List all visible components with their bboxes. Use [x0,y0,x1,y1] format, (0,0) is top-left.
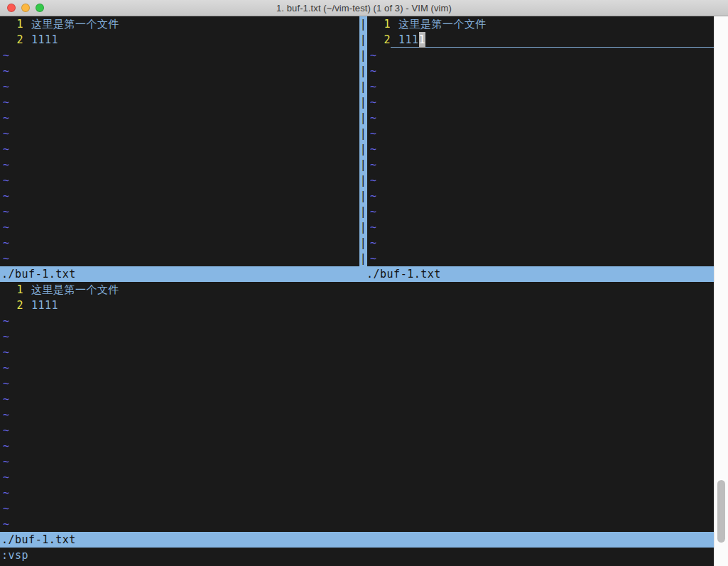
tilde-empty-line: ~ [0,79,359,94]
tilde-empty-line: ~ [367,235,714,251]
tilde-empty-line: ~ [0,126,359,141]
statusline-filename-left: ./buf-1.txt [1,266,76,282]
line-number: 2 [367,32,391,48]
separator-glyph: | [359,16,367,32]
window-title: 1. buf-1.txt (~/vim-test) (1 of 3) - VIM… [276,3,452,13]
minimize-button[interactable] [21,4,30,12]
vim-window-top-right[interactable]: 1这里是第一个文件21111~~~~~~~~~~~~~~ [367,16,714,266]
scrollbar-track[interactable] [714,16,728,566]
statusline-bottom[interactable]: ./buf-1.txt [0,532,714,548]
tilde-empty-line: ~ [0,391,714,407]
statusline-filename-right: ./buf-1.txt [366,266,441,282]
statusline-filename-bottom: ./buf-1.txt [1,532,76,548]
separator-glyph: | [359,126,367,141]
line-text: 1111 [23,298,714,313]
tilde-empty-line: ~ [0,235,359,251]
tilde-empty-line: ~ [0,173,359,188]
separator-glyph: | [359,110,367,126]
tilde-empty-line: ~ [367,204,714,219]
close-button[interactable] [7,4,16,12]
separator-glyph: | [359,94,367,110]
tilde-empty-line: ~ [0,469,714,485]
tilde-empty-line: ~ [0,454,714,469]
tilde-empty-line: ~ [0,516,714,532]
line-text: 1111 [23,32,359,48]
tilde-empty-line: ~ [0,501,714,516]
tilde-empty-line: ~ [367,79,714,94]
buffer-line: 21111 [0,298,714,313]
tilde-empty-line: ~ [0,251,359,266]
tilde-empty-line: ~ [0,219,359,235]
line-number: 1 [0,16,23,32]
line-text: 这里是第一个文件 [391,16,714,32]
tilde-empty-line: ~ [0,94,359,110]
tilde-empty-line: ~ [0,157,359,173]
tilde-empty-line: ~ [0,360,714,376]
vim-window-top-left[interactable]: 1这里是第一个文件21111~~~~~~~~~~~~~~ [0,16,359,266]
tilde-empty-line: ~ [0,48,359,63]
separator-glyph: | [359,173,367,188]
tilde-empty-line: ~ [0,63,359,79]
command-line[interactable]: :vsp [1,548,714,563]
tilde-empty-line: ~ [0,204,359,219]
zoom-button[interactable] [36,4,44,12]
separator-glyph: | [359,79,367,94]
line-number: 2 [0,32,23,48]
buffer-line: 1这里是第一个文件 [367,16,714,32]
tilde-empty-line: ~ [367,110,714,126]
separator-glyph: | [359,204,367,219]
tilde-empty-line: ~ [367,126,714,141]
tilde-empty-line: ~ [0,110,359,126]
tilde-empty-line: ~ [0,141,359,157]
tilde-empty-line: ~ [367,251,714,266]
block-cursor: 1 [419,32,426,48]
scrollbar-thumb[interactable] [717,480,725,543]
tilde-empty-line: ~ [0,344,714,360]
line-number: 2 [0,298,23,313]
titlebar: 1. buf-1.txt (~/vim-test) (1 of 3) - VIM… [0,0,728,16]
separator-glyph: | [359,219,367,235]
line-number: 1 [0,282,23,298]
vim-screen: 1这里是第一个文件21111~~~~~~~~~~~~~~ |||||||||||… [0,16,714,566]
tilde-empty-line: ~ [367,157,714,173]
separator-glyph: | [359,32,367,48]
tilde-empty-line: ~ [0,407,714,423]
line-text: 1111 [391,32,714,48]
tilde-empty-line: ~ [0,438,714,454]
tilde-empty-line: ~ [0,485,714,501]
tilde-empty-line: ~ [0,376,714,391]
tilde-empty-line: ~ [0,329,714,344]
vim-app-window: 1. buf-1.txt (~/vim-test) (1 of 3) - VIM… [0,0,728,566]
tilde-empty-line: ~ [0,423,714,438]
buffer-line: 1这里是第一个文件 [0,282,714,298]
separator-glyph: | [359,188,367,204]
tilde-empty-line: ~ [0,188,359,204]
separator-glyph: | [359,63,367,79]
buffer-line: 21111 [367,32,714,48]
line-number: 1 [367,16,391,32]
statusline-top[interactable]: ./buf-1.txt ./buf-1.txt [0,266,714,282]
separator-glyph: | [359,141,367,157]
tilde-empty-line: ~ [367,48,714,63]
traffic-lights [7,4,44,12]
buffer-line: 21111 [0,32,359,48]
buffer-line: 1这里是第一个文件 [0,16,359,32]
separator-glyph: | [359,157,367,173]
tilde-empty-line: ~ [367,94,714,110]
separator-glyph: | [359,251,367,266]
tilde-empty-line: ~ [367,63,714,79]
tilde-empty-line: ~ [367,173,714,188]
tilde-empty-line: ~ [367,219,714,235]
tilde-empty-line: ~ [367,141,714,157]
tilde-empty-line: ~ [367,188,714,204]
separator-glyph: | [359,48,367,63]
line-text: 这里是第一个文件 [23,16,359,32]
separator-glyph: | [359,235,367,251]
vim-window-bottom[interactable]: 1这里是第一个文件21111~~~~~~~~~~~~~~ [0,282,714,532]
tilde-empty-line: ~ [0,313,714,329]
line-text: 这里是第一个文件 [23,282,714,298]
vertical-separator[interactable]: |||||||||||||||| [359,16,367,266]
